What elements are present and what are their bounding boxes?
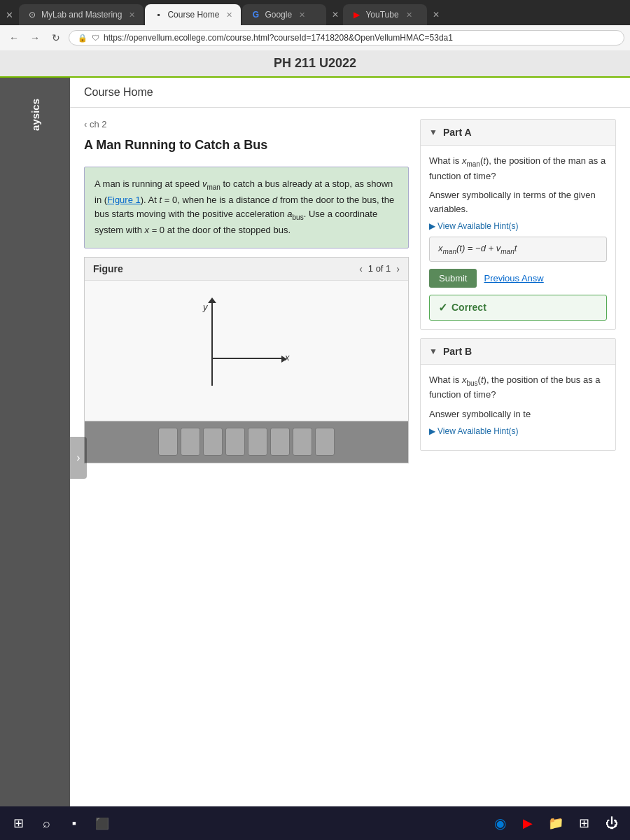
- x-axis-label: x: [285, 352, 290, 363]
- key-1: [158, 428, 178, 456]
- url-text: https://openvellum.ecollege.com/course.h…: [104, 33, 453, 43]
- forward-button[interactable]: →: [27, 29, 43, 46]
- chapter-link[interactable]: ‹ ch 2: [84, 119, 409, 130]
- tab-google[interactable]: G Google ✕: [242, 4, 326, 25]
- part-b-section: ▼ Part B What is xbus(t), the position o…: [420, 338, 616, 451]
- figure-header: Figure ‹ 1 of 1 ›: [85, 258, 408, 281]
- taskbar-windows-btn[interactable]: ⊞: [6, 811, 31, 836]
- key-7: [293, 428, 312, 456]
- part-b-hint-link[interactable]: ▶ View Available Hint(s): [429, 426, 607, 436]
- part-a-hint-text: View Available Hint(s): [438, 221, 519, 231]
- part-a-answer-display: xman(t) = −d + vmant: [429, 237, 607, 262]
- window-close[interactable]: ✕: [0, 10, 19, 20]
- taskbar-grid-btn[interactable]: ⊞: [571, 811, 596, 836]
- problem-description: A man is running at speed vman to catch …: [94, 177, 398, 238]
- part-b-hint-text: View Available Hint(s): [438, 426, 519, 436]
- problem-container: ‹ ch 2 A Man Running to Catch a Bus A ma…: [70, 108, 630, 838]
- part-a-prev-answer-link[interactable]: Previous Answ: [484, 273, 543, 284]
- tab-google-close[interactable]: ✕: [299, 10, 305, 20]
- tab-youtube[interactable]: ▶ YouTube ✕: [343, 4, 427, 25]
- part-b-body: What is xbus(t), the position of the bus…: [421, 365, 615, 451]
- edge-icon: ◉: [494, 815, 506, 832]
- tab-course-home[interactable]: ▪ Course Home ✕: [145, 4, 241, 25]
- key-8: [315, 428, 335, 456]
- course-home-breadcrumb: Course Home: [84, 86, 153, 98]
- page-title: PH 211 U2022: [274, 56, 356, 70]
- taskbar-media-btn[interactable]: ▶: [515, 811, 540, 836]
- course-home-header: Course Home: [70, 78, 630, 108]
- part-a-instruction: Answer symbolically in terms of the give…: [429, 188, 607, 216]
- refresh-button[interactable]: ↻: [48, 29, 64, 46]
- part-a-correct-text: Correct: [451, 302, 486, 313]
- mylab-icon: ⊙: [27, 10, 37, 20]
- taskbar-camera-btn[interactable]: ⬛: [90, 811, 115, 836]
- hint-triangle-icon: ▶: [429, 221, 435, 231]
- part-a-hint-link[interactable]: ▶ View Available Hint(s): [429, 221, 607, 231]
- taskbar-power-btn[interactable]: ⏻: [599, 811, 624, 836]
- chapter-link-text: ‹ ch 2: [84, 119, 107, 130]
- problem-title: A Man Running to Catch a Bus: [84, 138, 409, 153]
- shield-icon: 🛡: [92, 34, 99, 42]
- google-tab-icon: G: [251, 10, 260, 20]
- key-6: [270, 428, 290, 456]
- tab-bar: ✕ ⊙ MyLab and Mastering ✕ ▪ Course Home …: [0, 0, 630, 25]
- part-b-hint-triangle-icon: ▶: [429, 426, 435, 436]
- tab-mylab[interactable]: ⊙ MyLab and Mastering ✕: [19, 4, 144, 25]
- part-b-question: What is xbus(t), the position of the bus…: [429, 373, 607, 402]
- media-icon: ▶: [523, 816, 533, 831]
- tab-course-home-close[interactable]: ✕: [226, 10, 232, 20]
- tab-google-label: Google: [265, 10, 292, 20]
- taskbar-search-btn[interactable]: ⌕: [34, 811, 59, 836]
- part-a-correct-badge: ✓ Correct: [429, 295, 607, 321]
- page-title-bar: PH 211 U2022: [0, 50, 630, 78]
- grid-icon: ⊞: [579, 816, 589, 831]
- nav-sidebar-arrow[interactable]: ›: [70, 437, 87, 479]
- address-bar[interactable]: 🔒 🛡 https://openvellum.ecollege.com/cour…: [69, 30, 624, 46]
- main-layout: aysics › Course Home ‹ ch 2 A Man Runnin…: [0, 78, 630, 838]
- part-a-section: ▼ Part A What is xman(t), the position o…: [420, 119, 616, 330]
- y-axis: [211, 302, 213, 386]
- taskbar-folder-btn[interactable]: 📁: [543, 811, 568, 836]
- lock-icon: 🔒: [78, 34, 88, 43]
- axis-diagram: y x: [183, 302, 309, 400]
- figure-canvas: y x: [85, 281, 408, 421]
- taskbar-edge-btn[interactable]: ◉: [487, 811, 512, 836]
- windows-icon: ⊞: [13, 816, 24, 831]
- part-b-header[interactable]: ▼ Part B: [421, 339, 615, 365]
- part-b-instruction: Answer symbolically in te: [429, 407, 607, 421]
- left-sidebar: aysics: [0, 78, 70, 838]
- folder-icon: 📁: [548, 816, 564, 831]
- part-a-submit-btn[interactable]: Submit: [429, 269, 477, 288]
- figure-prev-btn[interactable]: ‹: [359, 263, 363, 274]
- tab-separator-x: ✕: [328, 10, 343, 20]
- files-icon: ▪: [72, 816, 76, 831]
- tab-mylab-close[interactable]: ✕: [129, 10, 135, 20]
- tab-course-home-label: Course Home: [167, 10, 219, 20]
- figure-label: Figure: [93, 263, 123, 274]
- figure-next-btn[interactable]: ›: [396, 263, 400, 274]
- key-3: [203, 428, 223, 456]
- problem-text-box: A man is running at speed vman to catch …: [84, 167, 409, 248]
- tab-youtube-close[interactable]: ✕: [406, 10, 412, 20]
- part-a-buttons: Submit Previous Answ: [429, 269, 607, 288]
- camera-icon: ⬛: [95, 817, 109, 830]
- figure-pagination: ‹ 1 of 1 ›: [359, 263, 400, 274]
- y-axis-label: y: [203, 302, 208, 312]
- back-button[interactable]: ←: [6, 29, 22, 46]
- tab-mylab-label: MyLab and Mastering: [41, 10, 122, 20]
- x-axis: [211, 358, 281, 359]
- tab-youtube-close-x[interactable]: ✕: [428, 10, 444, 20]
- correct-check-icon: ✓: [438, 301, 447, 314]
- browser-chrome: ✕ ⊙ MyLab and Mastering ✕ ▪ Course Home …: [0, 0, 630, 78]
- part-a-header[interactable]: ▼ Part A: [421, 120, 615, 146]
- part-a-collapse-icon: ▼: [429, 127, 438, 137]
- part-b-collapse-icon: ▼: [429, 346, 438, 356]
- part-a-question: What is xman(t), the position of the man…: [429, 154, 607, 183]
- figure-page-text: 1 of 1: [368, 263, 391, 274]
- key-5: [248, 428, 267, 456]
- key-4: [225, 428, 245, 456]
- part-b-title: Part B: [443, 346, 472, 357]
- figure-keyboard: [85, 421, 408, 463]
- taskbar-files-btn[interactable]: ▪: [62, 811, 87, 836]
- figure-link[interactable]: Figure 1: [107, 195, 141, 205]
